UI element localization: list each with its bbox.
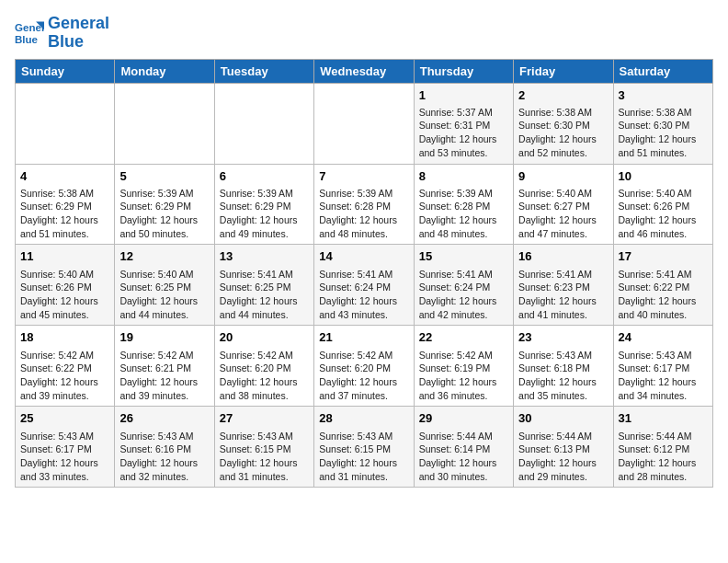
day-info: Sunrise: 5:38 AM Sunset: 6:30 PM Dayligh… [518,106,608,160]
day-info: Sunrise: 5:43 AM Sunset: 6:16 PM Dayligh… [119,430,209,484]
day-number: 23 [518,329,608,346]
day-number: 8 [419,168,508,185]
day-info: Sunrise: 5:42 AM Sunset: 6:20 PM Dayligh… [220,349,309,403]
day-cell-11: 11Sunrise: 5:40 AM Sunset: 6:26 PM Dayli… [16,245,115,326]
day-number: 31 [619,410,708,427]
day-number: 6 [220,168,309,185]
day-number: 30 [518,410,608,427]
day-info: Sunrise: 5:40 AM Sunset: 6:26 PM Dayligh… [619,187,708,241]
day-info: Sunrise: 5:39 AM Sunset: 6:28 PM Dayligh… [419,187,508,241]
day-number: 9 [518,168,608,185]
day-cell-18: 18Sunrise: 5:42 AM Sunset: 6:22 PM Dayli… [16,326,115,407]
day-cell-15: 15Sunrise: 5:41 AM Sunset: 6:24 PM Dayli… [414,245,513,326]
weekday-header-tuesday: Tuesday [214,59,313,83]
day-cell-4: 4Sunrise: 5:38 AM Sunset: 6:29 PM Daylig… [16,164,115,245]
day-cell-17: 17Sunrise: 5:41 AM Sunset: 6:22 PM Dayli… [613,245,712,326]
day-info: Sunrise: 5:40 AM Sunset: 6:27 PM Dayligh… [518,187,608,241]
day-info: Sunrise: 5:43 AM Sunset: 6:15 PM Dayligh… [220,430,309,484]
day-info: Sunrise: 5:41 AM Sunset: 6:24 PM Dayligh… [419,268,508,322]
day-info: Sunrise: 5:43 AM Sunset: 6:17 PM Dayligh… [619,349,708,403]
day-info: Sunrise: 5:44 AM Sunset: 6:13 PM Dayligh… [518,430,608,484]
day-cell-10: 10Sunrise: 5:40 AM Sunset: 6:26 PM Dayli… [613,164,712,245]
day-info: Sunrise: 5:41 AM Sunset: 6:24 PM Dayligh… [319,268,408,322]
day-cell-9: 9Sunrise: 5:40 AM Sunset: 6:27 PM Daylig… [514,164,613,245]
page-header: General Blue General Blue [15,15,713,52]
svg-text:Blue: Blue [15,33,39,44]
weekday-header-wednesday: Wednesday [314,59,414,83]
day-info: Sunrise: 5:43 AM Sunset: 6:18 PM Dayligh… [518,349,608,403]
weekday-header-thursday: Thursday [414,59,513,83]
day-cell-28: 28Sunrise: 5:43 AM Sunset: 6:15 PM Dayli… [314,407,414,488]
day-number: 28 [319,410,408,427]
day-number: 4 [20,168,109,185]
day-number: 22 [419,329,508,346]
day-info: Sunrise: 5:42 AM Sunset: 6:19 PM Dayligh… [419,349,508,403]
day-number: 18 [20,329,109,346]
day-cell-1: 1Sunrise: 5:37 AM Sunset: 6:31 PM Daylig… [414,83,513,164]
day-info: Sunrise: 5:38 AM Sunset: 6:29 PM Dayligh… [20,187,109,241]
day-cell-25: 25Sunrise: 5:43 AM Sunset: 6:17 PM Dayli… [16,407,115,488]
day-number: 24 [619,329,708,346]
day-info: Sunrise: 5:44 AM Sunset: 6:12 PM Dayligh… [619,430,708,484]
day-number: 15 [419,248,508,265]
day-info: Sunrise: 5:40 AM Sunset: 6:26 PM Dayligh… [20,268,109,322]
day-number: 29 [419,410,508,427]
day-number: 3 [619,87,708,104]
day-cell-31: 31Sunrise: 5:44 AM Sunset: 6:12 PM Dayli… [613,407,712,488]
day-cell-30: 30Sunrise: 5:44 AM Sunset: 6:13 PM Dayli… [514,407,613,488]
day-cell-19: 19Sunrise: 5:42 AM Sunset: 6:21 PM Dayli… [115,326,214,407]
day-number: 13 [220,248,309,265]
day-cell-16: 16Sunrise: 5:41 AM Sunset: 6:23 PM Dayli… [514,245,613,326]
day-number: 5 [119,168,209,185]
day-cell-12: 12Sunrise: 5:40 AM Sunset: 6:25 PM Dayli… [115,245,214,326]
logo: General Blue General Blue [15,15,109,52]
day-number: 7 [319,168,408,185]
weekday-header-saturday: Saturday [613,59,712,83]
day-info: Sunrise: 5:42 AM Sunset: 6:21 PM Dayligh… [119,349,209,403]
day-cell-21: 21Sunrise: 5:42 AM Sunset: 6:20 PM Dayli… [314,326,414,407]
empty-cell [214,83,313,164]
day-number: 14 [319,248,408,265]
calendar: SundayMondayTuesdayWednesdayThursdayFrid… [15,59,713,488]
day-info: Sunrise: 5:41 AM Sunset: 6:23 PM Dayligh… [518,268,608,322]
day-cell-27: 27Sunrise: 5:43 AM Sunset: 6:15 PM Dayli… [214,407,313,488]
day-number: 19 [119,329,209,346]
day-info: Sunrise: 5:41 AM Sunset: 6:22 PM Dayligh… [619,268,708,322]
day-number: 17 [619,248,708,265]
day-info: Sunrise: 5:44 AM Sunset: 6:14 PM Dayligh… [419,430,508,484]
day-number: 26 [119,410,209,427]
day-cell-24: 24Sunrise: 5:43 AM Sunset: 6:17 PM Dayli… [613,326,712,407]
day-info: Sunrise: 5:38 AM Sunset: 6:30 PM Dayligh… [619,106,708,160]
day-number: 1 [419,87,508,104]
day-cell-23: 23Sunrise: 5:43 AM Sunset: 6:18 PM Dayli… [514,326,613,407]
logo-icon: General Blue [15,18,44,48]
weekday-header-sunday: Sunday [16,59,115,83]
empty-cell [115,83,214,164]
day-cell-5: 5Sunrise: 5:39 AM Sunset: 6:29 PM Daylig… [115,164,214,245]
day-cell-7: 7Sunrise: 5:39 AM Sunset: 6:28 PM Daylig… [314,164,414,245]
day-cell-22: 22Sunrise: 5:42 AM Sunset: 6:19 PM Dayli… [414,326,513,407]
day-cell-29: 29Sunrise: 5:44 AM Sunset: 6:14 PM Dayli… [414,407,513,488]
day-number: 11 [20,248,109,265]
day-info: Sunrise: 5:43 AM Sunset: 6:17 PM Dayligh… [20,430,109,484]
weekday-header-monday: Monday [115,59,214,83]
empty-cell [314,83,414,164]
day-info: Sunrise: 5:39 AM Sunset: 6:29 PM Dayligh… [220,187,309,241]
day-info: Sunrise: 5:43 AM Sunset: 6:15 PM Dayligh… [319,430,408,484]
logo-text: General Blue [48,15,109,52]
day-number: 10 [619,168,708,185]
day-cell-20: 20Sunrise: 5:42 AM Sunset: 6:20 PM Dayli… [214,326,313,407]
day-cell-13: 13Sunrise: 5:41 AM Sunset: 6:25 PM Dayli… [214,245,313,326]
day-cell-26: 26Sunrise: 5:43 AM Sunset: 6:16 PM Dayli… [115,407,214,488]
day-info: Sunrise: 5:42 AM Sunset: 6:20 PM Dayligh… [319,349,408,403]
day-cell-6: 6Sunrise: 5:39 AM Sunset: 6:29 PM Daylig… [214,164,313,245]
day-number: 27 [220,410,309,427]
day-info: Sunrise: 5:39 AM Sunset: 6:29 PM Dayligh… [119,187,209,241]
day-cell-3: 3Sunrise: 5:38 AM Sunset: 6:30 PM Daylig… [613,83,712,164]
empty-cell [16,83,115,164]
day-info: Sunrise: 5:37 AM Sunset: 6:31 PM Dayligh… [419,106,508,160]
day-number: 25 [20,410,109,427]
day-number: 2 [518,87,608,104]
weekday-header-friday: Friday [514,59,613,83]
day-info: Sunrise: 5:41 AM Sunset: 6:25 PM Dayligh… [220,268,309,322]
